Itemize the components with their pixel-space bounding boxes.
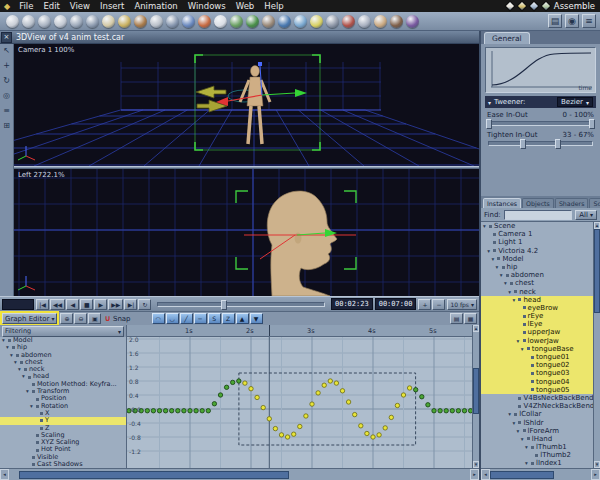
insert-infinite-plane-icon[interactable] xyxy=(86,15,99,28)
tangent-in-button[interactable]: ▲ xyxy=(236,313,249,324)
insert-spline-icon[interactable] xyxy=(118,15,131,28)
keyframe-point[interactable] xyxy=(365,431,369,435)
insert-rock-icon[interactable] xyxy=(262,15,275,28)
tree-item-hip[interactable]: ▾hip xyxy=(0,344,126,351)
tree-item-lforearm[interactable]: ▾lForeArm xyxy=(481,427,593,435)
tree-item-reye[interactable]: rEye xyxy=(481,312,593,320)
keyframe-point[interactable] xyxy=(334,381,338,385)
tree-item-scene[interactable]: ▾Scene xyxy=(481,222,593,230)
tree-item-x[interactable]: X xyxy=(0,410,126,417)
graph-vscroll-thumb[interactable] xyxy=(473,368,479,414)
keyframe-point[interactable] xyxy=(310,402,314,406)
tangent-bezier-button[interactable]: S xyxy=(208,313,221,324)
insert-terrain-icon[interactable] xyxy=(230,15,243,28)
insert-fire-icon[interactable] xyxy=(198,15,211,28)
timeline-hscrollbar[interactable]: ◂ ▸ xyxy=(0,468,479,480)
keyframe-point[interactable] xyxy=(353,412,357,416)
tree-item-head[interactable]: ▾head xyxy=(0,373,126,380)
tangent-smooth-button[interactable]: ◠ xyxy=(152,313,165,324)
tree-item-position[interactable]: Position xyxy=(0,395,126,402)
keyframe-point[interactable] xyxy=(359,424,363,428)
tree-item-head[interactable]: ▾head xyxy=(481,296,593,304)
tree-item-visible[interactable]: Visible xyxy=(0,454,126,461)
tree-item-neck[interactable]: ▾neck xyxy=(481,288,593,296)
tangent-out-button[interactable]: ▼ xyxy=(250,313,263,324)
find-filter-dropdown[interactable]: All ▾ xyxy=(575,210,597,220)
panel-scroll-thumb[interactable] xyxy=(490,471,554,479)
keyframe-point[interactable] xyxy=(267,417,271,421)
scroll-down-icon[interactable]: ▾ xyxy=(473,461,479,468)
add-keyframe-button[interactable]: + xyxy=(418,299,431,310)
tab-general[interactable]: General xyxy=(484,32,530,44)
tab-instances[interactable]: Instances xyxy=(483,198,521,208)
keyframe-point[interactable] xyxy=(273,426,277,430)
left-viewport-canvas[interactable] xyxy=(14,169,479,296)
keyframe-point[interactable] xyxy=(438,409,442,413)
tab-objects[interactable]: Objects xyxy=(522,198,554,208)
ik-handle-arrows-icon[interactable] xyxy=(196,86,227,112)
tree-item-model[interactable]: ▾Model xyxy=(0,337,126,344)
viewport-titlebar[interactable]: × 3DView of v4 anim test.car xyxy=(0,31,479,44)
tab-sounds[interactable]: Sounds xyxy=(589,198,600,208)
keyframe-point[interactable] xyxy=(231,380,235,384)
tree-item-lthumb2[interactable]: lThumb2 xyxy=(481,451,593,459)
slider-handle[interactable] xyxy=(555,139,561,149)
step-back-button[interactable]: ◀ xyxy=(66,299,79,310)
keyframe-point[interactable] xyxy=(340,389,344,393)
menu-insert[interactable]: Insert xyxy=(95,1,129,11)
tree-item-lindex1[interactable]: ▾lIndex1 xyxy=(481,459,593,467)
tree-item-v4bsneckbackbend[interactable]: V4BsNeckBackBend xyxy=(481,394,593,402)
scroll-right-icon[interactable]: ▸ xyxy=(470,469,479,480)
tighten-in-out-slider[interactable] xyxy=(488,141,593,146)
room-model-icon[interactable] xyxy=(516,0,527,11)
tree-item-tongue02[interactable]: tongue02 xyxy=(481,361,593,369)
keyframe-point[interactable] xyxy=(200,409,204,413)
keyframe-point[interactable] xyxy=(224,385,228,389)
keyframe-point[interactable] xyxy=(298,424,302,428)
keyframe-point[interactable] xyxy=(243,381,247,385)
insert-metaball-icon[interactable] xyxy=(150,15,163,28)
select-tool-icon[interactable]: ↖ xyxy=(3,47,10,55)
tree-item-abdomen[interactable]: ▾abdomen xyxy=(481,271,593,279)
slider-handle[interactable] xyxy=(486,119,492,129)
keyframe-point[interactable] xyxy=(420,395,424,399)
tree-item-y[interactable]: Y xyxy=(0,417,126,424)
menu-web[interactable]: Web xyxy=(231,1,260,11)
graph-vscrollbar[interactable]: ▴ ▾ xyxy=(472,325,479,468)
go-end-button[interactable]: ▶| xyxy=(124,299,137,310)
tree-item-abdomen[interactable]: ▾abdomen xyxy=(0,352,126,359)
insert-physics-icon[interactable] xyxy=(406,15,419,28)
tree-item-tonguebase[interactable]: ▾tongueBase xyxy=(481,345,593,353)
keyframe-point[interactable] xyxy=(194,409,198,413)
scroll-right-icon[interactable]: ▸ xyxy=(591,469,600,480)
tree-item-z[interactable]: Z xyxy=(0,425,126,432)
keyframe-point[interactable] xyxy=(145,409,149,413)
move-tool-icon[interactable]: + xyxy=(3,62,10,70)
tree-item-hip[interactable]: ▾hip xyxy=(481,263,593,271)
insert-light-icon[interactable] xyxy=(310,15,323,28)
keyframe-point[interactable] xyxy=(414,388,418,392)
slider-handle[interactable] xyxy=(520,139,526,149)
tree-item-lowerjaw[interactable]: ▾lowerJaw xyxy=(481,337,593,345)
keyframe-point[interactable] xyxy=(261,405,265,409)
scroll-up-icon[interactable]: ▴ xyxy=(594,222,600,229)
camera-viewport-canvas[interactable] xyxy=(14,44,479,166)
end-time-display[interactable]: 00:07:00 xyxy=(375,298,417,310)
tree-item-leye[interactable]: lEye xyxy=(481,320,593,328)
insert-target-icon[interactable] xyxy=(342,15,355,28)
insert-plane-icon[interactable] xyxy=(70,15,83,28)
play-button[interactable]: ▶ xyxy=(94,299,107,310)
scrubber-thumb[interactable] xyxy=(221,300,227,310)
tree-item-lshldr[interactable]: ▾lShldr xyxy=(481,419,593,427)
scene-scrollbar[interactable]: ▴ ▾ xyxy=(593,222,600,468)
zoom-out-icon[interactable]: ⊖ xyxy=(74,313,87,324)
keyframe-point[interactable] xyxy=(206,409,210,413)
keyframe-point[interactable] xyxy=(407,386,411,390)
keyframe-point[interactable] xyxy=(389,415,393,419)
camera-viewport[interactable]: Camera 1 100% xyxy=(14,44,479,166)
step-forward-button[interactable]: ▶▶ xyxy=(108,299,123,310)
keyframe-point[interactable] xyxy=(401,393,405,397)
tab-shaders[interactable]: Shaders xyxy=(555,198,589,208)
properties-list-icon[interactable]: ▤ xyxy=(548,14,562,28)
scroll-left-icon[interactable]: ◂ xyxy=(481,469,490,480)
